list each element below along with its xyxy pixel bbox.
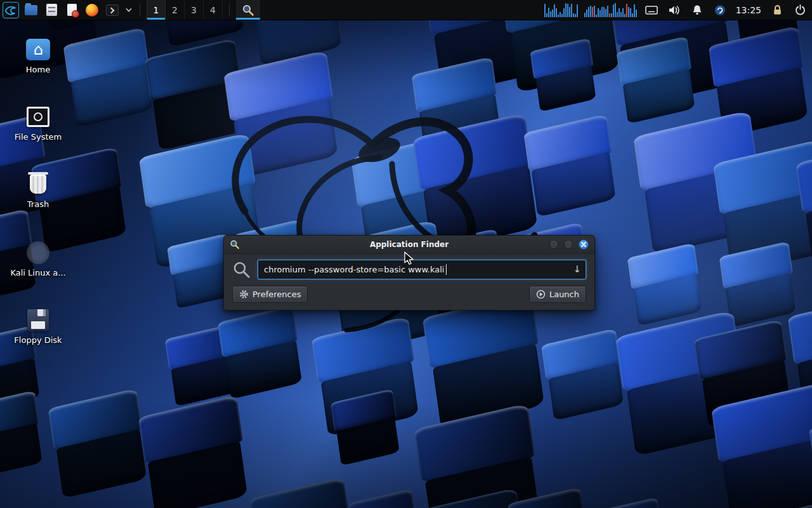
close-icon	[581, 242, 586, 247]
trash-can-icon	[30, 175, 46, 194]
power-icon	[795, 4, 806, 15]
network-monitor-graph[interactable]	[544, 3, 578, 17]
volume-icon	[669, 5, 680, 15]
lock-icon	[773, 4, 782, 15]
preferences-button[interactable]: Preferences	[232, 286, 308, 303]
search-icon	[232, 260, 251, 279]
wallpaper-cube	[249, 477, 357, 508]
application-finder-window: Application Finder	[223, 235, 595, 311]
wallpaper-cube	[523, 114, 618, 218]
panel-separator	[229, 4, 230, 17]
launch-icon	[536, 290, 546, 299]
refresh-circle-icon	[714, 4, 726, 16]
dialog-body: ↓ Preferences Launch	[224, 254, 594, 310]
home-icon: ⌂	[26, 39, 50, 60]
workspace-switcher: 1 2 3 4	[147, 0, 223, 20]
titlebar[interactable]: Application Finder	[224, 236, 594, 254]
top-panel: 1 2 3 4	[0, 0, 812, 20]
window-title: Application Finder	[224, 240, 594, 249]
launcher-terminal[interactable]	[104, 1, 121, 19]
wallpaper-cube	[541, 328, 625, 421]
workspace-1[interactable]: 1	[147, 0, 166, 20]
wallpaper-cube	[48, 388, 149, 498]
cpu-monitor-graph[interactable]	[584, 3, 637, 17]
lock-screen-button[interactable]	[769, 1, 785, 19]
gear-icon	[239, 290, 249, 299]
updates-button[interactable]	[712, 1, 728, 19]
preferences-label: Preferences	[252, 290, 301, 299]
launcher-dropdown-button[interactable]	[124, 1, 133, 19]
notifications-button[interactable]	[689, 1, 705, 19]
window-title-icon	[230, 239, 240, 250]
launch-button[interactable]: Launch	[529, 286, 586, 303]
wallpaper-cube	[627, 243, 704, 326]
wallpaper-cube	[594, 497, 666, 508]
desktop-icon-floppy-disk[interactable]: Floppy Disk	[11, 307, 65, 345]
keyboard-layout-button[interactable]	[643, 1, 660, 19]
application-finder-icon	[242, 4, 254, 17]
history-dropdown-arrow[interactable]: ↓	[573, 264, 581, 275]
firefox-icon	[86, 4, 98, 17]
wallpaper-cube	[63, 27, 155, 128]
hard-drive-icon	[27, 107, 49, 127]
workspace-3[interactable]: 3	[185, 0, 204, 20]
text-caret	[446, 264, 447, 275]
launcher-file-cabinet[interactable]	[43, 1, 60, 19]
applications-menu-button[interactable]	[3, 1, 19, 19]
launch-label: Launch	[549, 290, 579, 299]
wallpaper-cube	[331, 389, 402, 466]
wallpaper-cube	[530, 38, 598, 112]
minimize-button[interactable]	[549, 240, 558, 249]
wallpaper-cube	[0, 391, 45, 479]
wallpaper-cube	[422, 292, 547, 429]
file-manager-icon	[25, 5, 37, 15]
panel-separator	[140, 4, 140, 17]
launcher-firefox[interactable]	[84, 1, 100, 19]
terminal-icon	[106, 4, 119, 16]
desktop-icon-label: Kali Linux a...	[10, 269, 65, 277]
window-buttons	[549, 239, 589, 250]
close-button[interactable]	[579, 239, 589, 250]
workspace-2[interactable]: 2	[166, 0, 185, 20]
desktop-icon-label: Trash	[27, 200, 49, 209]
desktop-icon-label: Home	[26, 65, 50, 74]
taskbar-application-finder[interactable]	[236, 0, 260, 20]
file-cabinet-icon	[46, 4, 57, 16]
wallpaper-cube	[617, 36, 698, 125]
launcher-file-manager[interactable]	[23, 1, 39, 19]
desktop-icon-label: Floppy Disk	[14, 336, 62, 345]
house-glyph: ⌂	[33, 42, 43, 57]
desktop-icon-file-system[interactable]: File System	[11, 104, 65, 142]
maximize-button[interactable]	[564, 240, 573, 249]
floppy-disk-icon	[27, 309, 49, 331]
desktop-icon-trash[interactable]: Trash	[11, 171, 65, 209]
wallpaper-cube	[218, 305, 304, 399]
bell-icon	[692, 4, 702, 15]
desktop-screen: 1 2 3 4	[0, 0, 812, 508]
wallpaper-cube	[348, 489, 420, 508]
logout-button[interactable]	[792, 1, 808, 19]
panel-left-group: 1 2 3 4	[0, 0, 260, 20]
clock[interactable]: 13:25	[735, 5, 763, 15]
chevron-down-icon	[126, 8, 132, 12]
keyboard-icon	[645, 6, 658, 15]
wallpaper-cube	[414, 403, 544, 508]
desktop-icon-kali-linux[interactable]: Kali Linux a...	[11, 240, 65, 277]
kali-folder-icon	[27, 241, 49, 264]
panel-right-group: 13:25	[544, 0, 812, 20]
kali-logo-icon	[3, 2, 19, 18]
text-editor-icon	[67, 4, 77, 16]
workspace-4[interactable]: 4	[204, 0, 223, 20]
wallpaper-cube	[138, 395, 250, 508]
command-input[interactable]	[258, 260, 586, 279]
launcher-text-editor[interactable]	[63, 1, 80, 19]
desktop-icon-home[interactable]: ⌂ Home	[11, 37, 65, 74]
volume-button[interactable]	[666, 1, 683, 19]
desktop-icon-label: File System	[15, 133, 62, 142]
